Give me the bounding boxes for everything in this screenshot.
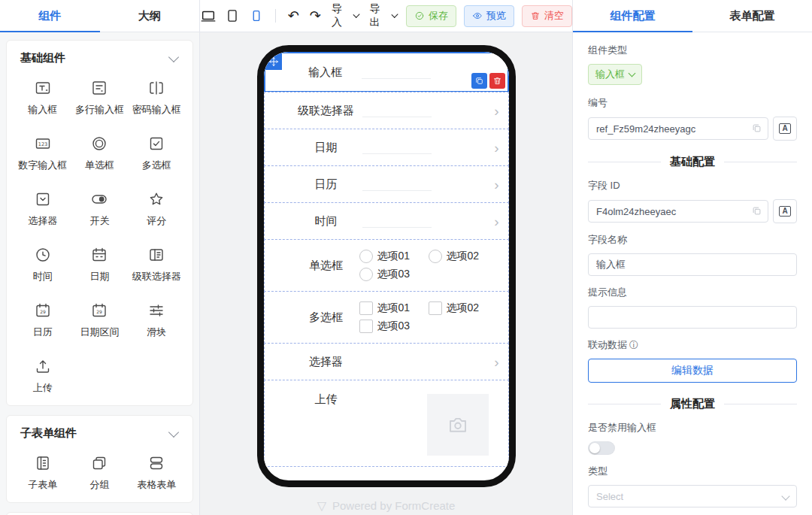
chevron-down-icon (353, 11, 360, 18)
font-A-button[interactable]: A (773, 117, 797, 141)
tab-components[interactable]: 组件 (0, 0, 100, 32)
component-item-subform[interactable]: 子表单 (14, 454, 71, 492)
design-canvas[interactable]: 输入框 级联选择器 (200, 32, 572, 515)
component-type-tag[interactable]: 输入框 (588, 64, 642, 85)
chevron-right-icon (494, 177, 498, 192)
component-item-slider[interactable]: 滑块 (128, 301, 185, 339)
component-type-value: 输入框 (595, 68, 625, 81)
canvas-row-radio[interactable]: 单选框 选项01 选项02 选项03 (264, 239, 509, 292)
component-item-checkbox[interactable]: 多选框 (128, 135, 185, 172)
formcreate-logo-icon (317, 498, 326, 513)
drag-handle[interactable] (265, 53, 282, 70)
checkbox-option[interactable]: 选项03 (359, 320, 429, 333)
component-item-group[interactable]: 分组 (71, 454, 129, 492)
component-item-daterange[interactable]: 29 日期区间 (71, 301, 129, 339)
checkbox-option[interactable]: 选项02 (429, 301, 498, 315)
component-item-label: 多选框 (142, 159, 171, 172)
disable-toggle[interactable] (588, 441, 615, 455)
component-item-radio[interactable]: 单选框 (71, 135, 129, 172)
delete-component-button[interactable] (489, 73, 505, 89)
linked-data-label: 联动数据 (588, 338, 797, 352)
device-desktop-button[interactable] (200, 6, 217, 26)
section-basic-config: 基础配置 (588, 155, 797, 169)
component-item-password[interactable]: 密码输入框 (128, 79, 185, 117)
config-body: 组件类型 输入框 编号 A 基础配置 字段 ID (573, 32, 812, 515)
tablet-icon (225, 8, 240, 24)
checkbox-option[interactable]: 选项01 (359, 301, 429, 315)
component-item-switch[interactable]: 开关 (71, 190, 129, 228)
component-item-label: 选择器 (28, 214, 57, 228)
field-label: 时间 (293, 214, 359, 229)
input-placeholder-line (362, 105, 432, 117)
radio-option[interactable]: 选项01 (359, 250, 429, 263)
component-item-label: 级联选择器 (132, 270, 181, 283)
import-dropdown[interactable]: 导入 (330, 2, 361, 29)
component-item-number[interactable]: 123 数字输入框 (14, 135, 71, 172)
copy-button[interactable] (751, 123, 762, 137)
component-item-label: 单选框 (85, 159, 114, 172)
info-icon (629, 339, 638, 352)
device-tablet-button[interactable] (224, 6, 241, 26)
canvas-row-calendar[interactable]: 日历 (264, 165, 509, 203)
copy-button[interactable] (751, 205, 762, 220)
chevron-down-icon (168, 51, 179, 62)
clear-button[interactable]: 清空 (522, 5, 572, 27)
font-A-button[interactable]: A (773, 199, 797, 223)
component-item-date[interactable]: 日期 (71, 246, 129, 283)
hint-label: 提示信息 (588, 286, 797, 299)
component-item-textarea[interactable]: 多行输入框 (71, 79, 129, 117)
section-aux-components: 辅助组件 (6, 512, 193, 515)
number-icon: 123 (34, 135, 52, 153)
component-item-select[interactable]: 选择器 (14, 190, 71, 228)
component-item-upload[interactable]: 上传 (14, 357, 71, 395)
phone-preview-frame: 输入框 级联选择器 (257, 45, 516, 487)
tab-component-config[interactable]: 组件配置 (573, 0, 692, 32)
canvas-row-input[interactable]: 输入框 (264, 52, 509, 92)
svg-text:123: 123 (38, 141, 47, 147)
undo-button[interactable] (286, 9, 301, 23)
component-item-label: 数字输入框 (18, 159, 67, 172)
component-item-label: 日期 (89, 270, 109, 283)
subform-icon (34, 454, 52, 472)
field-label: 多选框 (293, 311, 359, 325)
option-label: 选项03 (377, 268, 411, 281)
upload-placeholder-box[interactable] (427, 394, 489, 456)
hint-input[interactable] (588, 306, 797, 329)
canvas-row-time[interactable]: 时间 (264, 202, 509, 240)
component-item-cascader[interactable]: 级联选择器 (128, 246, 185, 283)
section-title: 基础组件 (20, 51, 65, 65)
group-icon (90, 454, 108, 472)
copy-component-button[interactable] (471, 73, 487, 89)
component-item-calendar[interactable]: 29 日历 (14, 301, 71, 339)
component-item-input[interactable]: 输入框 (14, 79, 71, 117)
device-mobile-button[interactable] (248, 6, 265, 26)
chevron-right-icon (494, 104, 498, 118)
type-select[interactable] (588, 485, 797, 507)
tab-form-config[interactable]: 表单配置 (692, 0, 812, 32)
ref-input[interactable] (588, 117, 768, 140)
save-button[interactable]: 保存 (406, 5, 456, 27)
export-dropdown[interactable]: 导出 (368, 2, 398, 29)
section-basic-header[interactable]: 基础组件 (14, 50, 185, 67)
preview-button[interactable]: 预览 (464, 5, 514, 27)
edit-data-button[interactable]: 编辑数据 (588, 359, 797, 383)
tab-outline[interactable]: 大纲 (100, 0, 200, 32)
canvas-row-checkbox[interactable]: 多选框 选项01 选项02 选项03 (264, 291, 509, 344)
section-basic-components: 基础组件 输入框 多行输入框 密码输入框 (6, 40, 193, 406)
radio-option[interactable]: 选项03 (359, 268, 429, 281)
field-id-input[interactable] (588, 200, 768, 223)
section-subform-header[interactable]: 子表单组件 (14, 425, 185, 442)
component-item-rate[interactable]: 评分 (128, 190, 185, 228)
component-item-tableform[interactable]: 表格表单 (128, 454, 185, 492)
upload-icon (34, 357, 52, 375)
canvas-row-date[interactable]: 日期 (264, 129, 509, 166)
canvas-row-upload[interactable]: 上传 (264, 380, 509, 467)
component-item-time[interactable]: 时间 (14, 246, 71, 283)
canvas-row-select[interactable]: 选择器 (264, 343, 509, 380)
canvas-row-cascader[interactable]: 级联选择器 (264, 92, 509, 129)
redo-button[interactable] (308, 9, 323, 23)
radio-option[interactable]: 选项02 (429, 250, 498, 263)
field-name-input[interactable] (588, 253, 797, 276)
mobile-icon (250, 8, 263, 24)
export-label: 导出 (369, 2, 388, 29)
